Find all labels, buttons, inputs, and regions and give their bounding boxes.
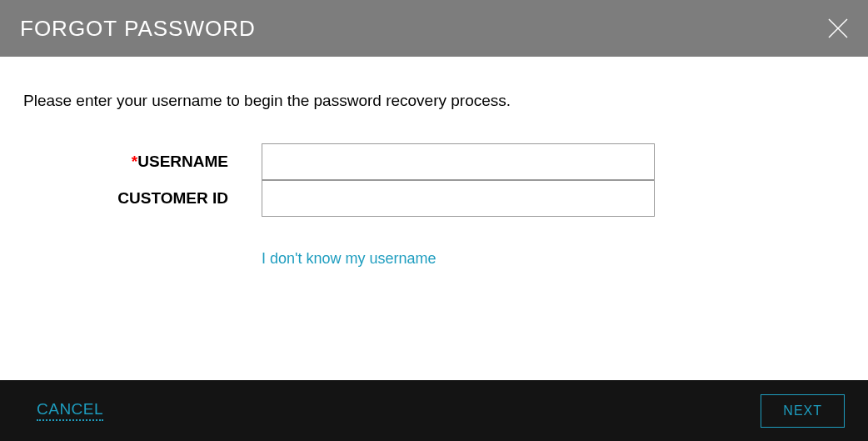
dialog-header: FORGOT PASSWORD [0,0,868,57]
instructions-text: Please enter your username to begin the … [23,92,845,110]
username-label-text: USERNAME [137,153,228,170]
dont-know-username-link[interactable]: I don't know my username [262,250,436,267]
cancel-button[interactable]: CANCEL [37,400,103,421]
dialog-title: FORGOT PASSWORD [20,16,256,42]
close-icon[interactable] [826,17,850,40]
customer-id-label: CUSTOMER ID [23,189,262,208]
customer-id-input[interactable] [262,180,655,217]
next-button[interactable]: NEXT [761,394,845,428]
username-row: *USERNAME [23,143,845,180]
link-row: I don't know my username [23,250,845,268]
username-input[interactable] [262,143,655,180]
username-label: *USERNAME [23,153,262,171]
customer-id-row: CUSTOMER ID [23,180,845,217]
dialog-footer: CANCEL NEXT [0,380,868,441]
dialog-content: Please enter your username to begin the … [0,57,868,380]
